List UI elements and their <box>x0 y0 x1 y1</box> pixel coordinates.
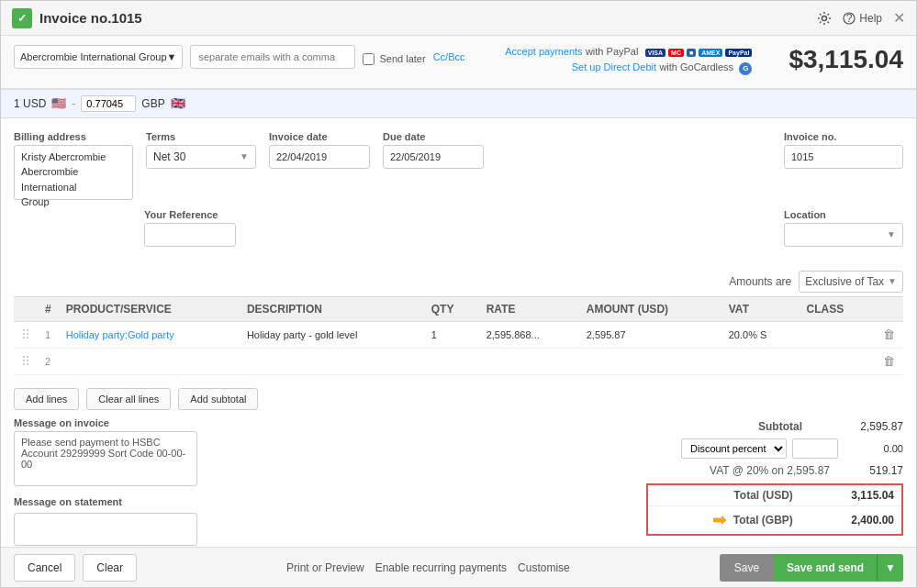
drag-handle-2[interactable]: ⠿ <box>14 348 38 374</box>
close-button[interactable]: ✕ <box>893 9 905 27</box>
table-wrapper: # PRODUCT/SERVICE DESCRIPTION QTY RATE A… <box>1 296 916 375</box>
minus-btn[interactable]: - <box>72 97 75 110</box>
customise-link[interactable]: Customise <box>518 561 570 574</box>
discount-amount: 0.00 <box>844 443 903 454</box>
message-on-invoice-textarea[interactable]: Please send payment to HSBC Account 2929… <box>14 431 197 486</box>
invoice-date-group: Invoice date <box>269 131 370 200</box>
total-usd-row: Total (USD) 3,115.04 <box>647 484 902 506</box>
gbp-label: GBP <box>141 97 164 110</box>
vat-2[interactable] <box>721 348 800 374</box>
currency-label: 1 USD <box>14 97 46 110</box>
save-and-send-button[interactable]: Save and send <box>774 554 877 582</box>
save-button[interactable]: Save <box>720 554 774 582</box>
drag-handle[interactable]: ⠿ <box>14 321 38 348</box>
th-rate: RATE <box>479 296 579 321</box>
email-input[interactable] <box>190 45 355 69</box>
total-usd-value: 3,115.04 <box>851 489 894 502</box>
clear-button[interactable]: Clear <box>83 554 137 582</box>
save-and-send-dropdown[interactable]: ▼ <box>877 554 903 582</box>
th-action <box>876 296 903 321</box>
table-header-row: # PRODUCT/SERVICE DESCRIPTION QTY RATE A… <box>14 296 903 321</box>
your-reference-input[interactable] <box>144 223 236 247</box>
amex-logo: AMEX <box>699 49 722 57</box>
help-label: Help <box>859 12 882 25</box>
help-button[interactable]: ? Help <box>843 12 882 25</box>
rate-1[interactable]: 2,595.868... <box>479 321 579 348</box>
settings-button[interactable] <box>817 11 832 26</box>
qty-2[interactable] <box>424 348 479 374</box>
rate-2[interactable] <box>479 348 579 374</box>
amount-2[interactable] <box>579 348 721 374</box>
message-on-statement-label: Message on statement <box>14 496 318 507</box>
print-or-preview-link[interactable]: Print or Preview <box>286 561 364 574</box>
form-row-1: Billing address Kristy AbercrombieAbercr… <box>14 131 903 200</box>
description-1[interactable]: Holiday party - gold level <box>240 321 424 348</box>
terms-arrow: ▼ <box>240 151 249 161</box>
message-on-statement-textarea[interactable] <box>14 513 197 546</box>
gocardless-logo: G <box>739 62 752 75</box>
invoice-date-input[interactable] <box>269 145 370 169</box>
due-date-input[interactable] <box>383 145 484 169</box>
th-drag <box>14 296 38 321</box>
clear-all-lines-button[interactable]: Clear all lines <box>86 388 171 410</box>
currency-row: 1 USD 🇺🇸 - GBP 🇬🇧 <box>1 89 916 118</box>
page-title: Invoice no.1015 <box>39 10 142 26</box>
th-num: # <box>38 296 59 321</box>
amounts-are-select[interactable]: Exclusive of Tax ▼ <box>799 271 903 293</box>
th-qty: QTY <box>424 296 479 321</box>
description-2[interactable] <box>240 348 424 374</box>
class-2[interactable] <box>800 348 876 374</box>
enable-recurring-link[interactable]: Enable recurring payments <box>375 561 507 574</box>
product-1[interactable]: Holiday party:Gold party <box>59 321 240 348</box>
discount-type-select[interactable]: Discount percent Discount amount <box>681 438 787 459</box>
add-subtotal-button[interactable]: Add subtotal <box>178 388 258 410</box>
due-date-group: Due date <box>383 131 484 200</box>
terms-select[interactable]: Net 30 ▼ <box>146 145 256 169</box>
add-lines-button[interactable]: Add lines <box>14 388 79 410</box>
qty-1[interactable]: 1 <box>424 321 479 348</box>
customer-select[interactable]: Abercrombie International Group ▼ <box>14 45 183 69</box>
total-gbp-label: Total (GBP) <box>733 514 793 527</box>
your-reference-group: Your Reference <box>144 209 236 247</box>
help-icon: ? <box>843 12 855 25</box>
vat-1[interactable]: 20.0% S <box>721 321 800 348</box>
cancel-button[interactable]: Cancel <box>14 554 75 582</box>
th-vat: VAT <box>721 296 800 321</box>
class-1[interactable] <box>800 321 876 348</box>
customer-email-area: Abercrombie International Group ▼ Send l… <box>14 45 505 69</box>
amount-1[interactable]: 2,595.87 <box>579 321 721 348</box>
footer-left: Cancel Clear <box>14 554 137 582</box>
amounts-are-value: Exclusive of Tax <box>805 275 884 288</box>
exchange-rate-input[interactable] <box>81 95 136 112</box>
app-icon-text: ✓ <box>17 12 27 25</box>
top-section: Abercrombie International Group ▼ Send l… <box>1 36 916 89</box>
invoice-no-input[interactable] <box>784 145 903 169</box>
product-2[interactable] <box>59 348 240 374</box>
th-amount: AMOUNT (USD) <box>579 296 721 321</box>
discount-input[interactable] <box>792 438 838 459</box>
paypal-logo: PayPal <box>725 49 752 57</box>
vat-value: 519.17 <box>839 464 903 477</box>
billing-address-value: Kristy AbercrombieAbercrombie Internatio… <box>14 145 133 200</box>
app-icon: ✓ <box>12 8 32 28</box>
send-later-checkbox[interactable] <box>363 53 375 65</box>
subtotal-value: 2,595.87 <box>839 420 903 433</box>
cc-bcc-link[interactable]: Cc/Bcc <box>433 51 465 62</box>
trash-1[interactable]: 🗑 <box>876 321 903 348</box>
location-select[interactable]: ▼ <box>784 223 903 247</box>
payment-info: Accept payments with PayPal VISA MC ■ AM… <box>505 45 752 75</box>
vat-row: VAT @ 20% on 2,595.87 519.17 <box>646 461 903 480</box>
title-bar-right: ? Help ✕ <box>817 9 905 27</box>
payment-logos: VISA MC ■ AMEX PayPal <box>645 49 753 57</box>
th-class: CLASS <box>800 296 876 321</box>
subtotal-label: Subtotal <box>758 420 802 433</box>
th-description: DESCRIPTION <box>240 296 424 321</box>
amounts-arrow: ▼ <box>888 276 897 286</box>
trash-2[interactable]: 🗑 <box>876 348 903 374</box>
terms-group: Terms Net 30 ▼ <box>146 131 256 200</box>
direct-debit-text: Set up Direct Debit <box>572 61 656 72</box>
svg-point-0 <box>822 16 827 20</box>
row-num-1: 1 <box>38 321 59 348</box>
dropdown-arrow: ▼ <box>885 561 896 574</box>
location-group: Location ▼ <box>784 209 903 247</box>
